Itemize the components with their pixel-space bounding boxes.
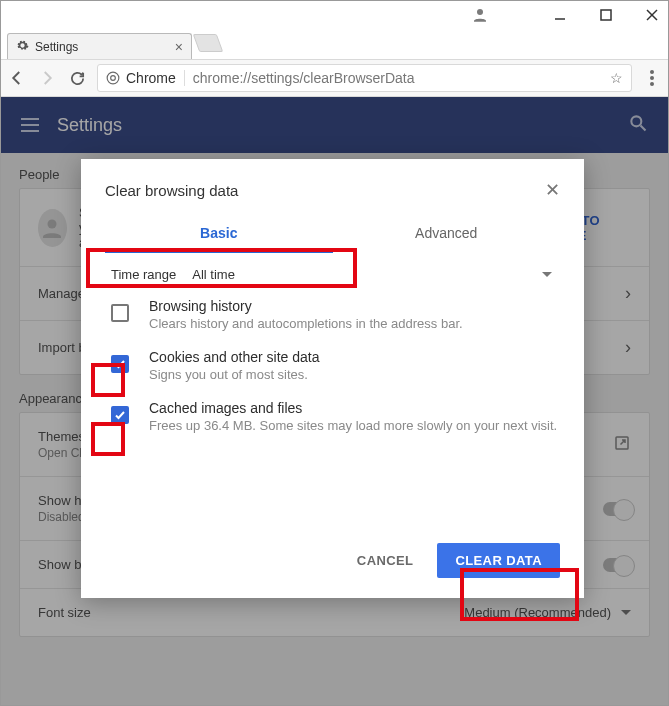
chrome-menu-button[interactable]: [642, 68, 662, 88]
highlight-checkbox-cookies: [91, 363, 125, 397]
tab-advanced[interactable]: Advanced: [333, 215, 561, 253]
bookmark-star-icon[interactable]: ☆: [610, 70, 623, 86]
minimize-button[interactable]: [552, 7, 568, 23]
cancel-button[interactable]: CANCEL: [357, 553, 414, 568]
svg-point-0: [477, 9, 483, 15]
option-cookies[interactable]: Cookies and other site data Signs you ou…: [105, 349, 560, 382]
profile-icon[interactable]: [1, 6, 489, 24]
url-text: chrome://settings/clearBrowserData: [193, 70, 415, 86]
browser-toolbar: Chrome chrome://settings/clearBrowserDat…: [1, 59, 668, 97]
close-icon[interactable]: ✕: [545, 179, 560, 201]
tab-settings[interactable]: Settings ×: [7, 33, 192, 59]
svg-point-9: [650, 82, 654, 86]
window-titlebar: [1, 1, 668, 29]
address-bar[interactable]: Chrome chrome://settings/clearBrowserDat…: [97, 64, 632, 92]
dropdown-triangle-icon: [542, 272, 552, 277]
highlight-clear-button: [460, 568, 579, 621]
dialog-title: Clear browsing data: [105, 182, 238, 199]
close-tab-icon[interactable]: ×: [175, 39, 183, 55]
close-window-button[interactable]: [644, 7, 660, 23]
gear-icon: [16, 39, 29, 55]
svg-point-6: [111, 76, 116, 81]
svg-point-8: [650, 76, 654, 80]
svg-point-7: [650, 70, 654, 74]
back-button[interactable]: [7, 68, 27, 88]
clear-browsing-data-dialog: Clear browsing data ✕ Basic Advanced Tim…: [81, 159, 584, 598]
svg-point-5: [107, 72, 119, 84]
tab-strip: Settings ×: [1, 29, 668, 59]
svg-rect-2: [601, 10, 611, 20]
tab-title: Settings: [35, 40, 78, 54]
new-tab-button[interactable]: [193, 34, 224, 52]
chrome-origin-chip: Chrome: [106, 70, 185, 86]
forward-button[interactable]: [37, 68, 57, 88]
option-cache[interactable]: Cached images and files Frees up 36.4 MB…: [105, 400, 560, 433]
highlight-checkbox-cache: [91, 422, 125, 456]
reload-button[interactable]: [67, 68, 87, 88]
maximize-button[interactable]: [598, 7, 614, 23]
option-browsing-history[interactable]: Browsing history Clears history and auto…: [105, 298, 560, 331]
checkbox-browsing-history[interactable]: [111, 304, 129, 322]
highlight-time-range: [86, 248, 357, 288]
